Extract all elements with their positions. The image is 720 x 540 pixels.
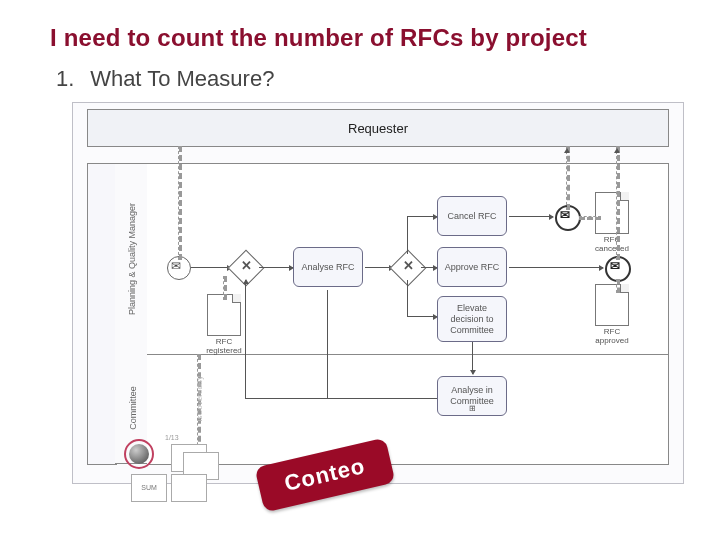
task-analyse-rfc-label: Analyse RFC [301, 262, 354, 273]
section-heading: 1. What To Measure? [50, 66, 684, 92]
lane-planning-quality: Planning & Quality Manager [115, 163, 148, 355]
msgflow-cancelled-up [566, 146, 570, 210]
seq-cancel-end [509, 216, 553, 217]
gateway-2 [390, 250, 427, 287]
task-cancel-rfc-label: Cancel RFC [447, 211, 496, 222]
seq-gw2-approve [421, 267, 437, 268]
assoc-doc-registered [223, 276, 227, 300]
seq-gw2-cancel-h [407, 216, 437, 217]
callout-label: Conteo [282, 453, 367, 496]
task-approve-rfc: Approve RFC [437, 247, 507, 287]
pool-requester-label: Requester [348, 121, 408, 136]
task-elevate-label: Elevate decision to Committee [440, 303, 504, 336]
pool-requester: Requester [87, 109, 669, 147]
seq-gw2-cancel-v [407, 216, 408, 254]
is-covered-by-label: isCoveredBy [195, 376, 204, 421]
seq-committee-loop-gw1 [245, 280, 246, 398]
seq-committee-loop-v [327, 290, 328, 398]
slide-title: I need to count the number of RFCs by pr… [50, 24, 684, 52]
section-number: 1. [56, 66, 84, 92]
bpmn-diagram: Requester Planning & Quality Manager Com… [72, 102, 684, 484]
task-cancel-rfc: Cancel RFC [437, 196, 507, 236]
seq-gw1-analyse [259, 267, 293, 268]
doc-rfc-approved: RFC approved [595, 284, 629, 326]
seq-gw2-elevate-h [407, 316, 437, 317]
lane1-label: Planning & Quality Manager [127, 184, 137, 334]
task-analyse-committee-label: Analyse in Committee [440, 385, 504, 407]
tools-cluster: 1/13 SUM [125, 438, 235, 506]
lane2-label: Committee [128, 368, 138, 448]
seq-start-gw1 [191, 267, 231, 268]
seq-elevate-committee [472, 342, 473, 374]
doc-rfc-registered: RFC registered [207, 294, 241, 336]
task-analyse-rfc: Analyse RFC [293, 247, 363, 287]
doc-rfc-registered-label: RFC registered [198, 337, 250, 355]
seq-gw2-elevate-v [407, 280, 408, 316]
task-analyse-committee: Analyse in Committee [437, 376, 507, 416]
doc-rfc-cancelled-label: RFC cancelled [586, 235, 638, 253]
assoc-doc-approved [616, 279, 620, 293]
seq-committee-loop-h [327, 398, 437, 399]
task-approve-rfc-label: Approve RFC [445, 262, 500, 273]
seq-approve-end [509, 267, 603, 268]
msgflow-approved-up [616, 146, 620, 260]
msgflow-requester-start [178, 146, 182, 260]
section-text: What To Measure? [90, 66, 274, 91]
doc-rfc-approved-label: RFC approved [586, 327, 638, 345]
tool-box-3 [171, 474, 207, 502]
assoc-doc-cancelled [579, 216, 601, 220]
task-elevate: Elevate decision to Committee [437, 296, 507, 342]
diagram-board: RFC registered Analyse RFC Cancel RFC RF [147, 163, 669, 465]
tool-highlight-circle [124, 439, 154, 469]
tool-sum-label: SUM [141, 484, 157, 492]
tool-sum-box: SUM [131, 474, 167, 502]
tools-top-label: 1/13 [165, 434, 179, 441]
pool-left [87, 163, 117, 465]
seq-committee-loop-h2 [245, 398, 327, 399]
doc-rfc-cancelled: RFC cancelled [595, 192, 629, 234]
